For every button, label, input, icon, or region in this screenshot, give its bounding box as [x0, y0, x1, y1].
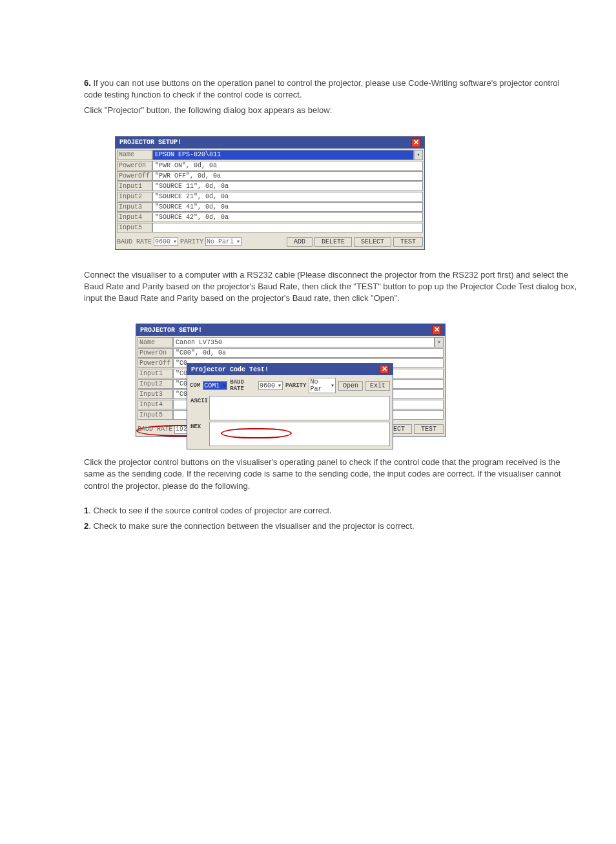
field-label: Input3	[117, 202, 152, 212]
click-instruction: Click "Projector" button, the following …	[84, 105, 577, 116]
projector-code-test-dialog: Projector Code Test! ✕ COM COM1▾ BAUD RA…	[187, 363, 393, 449]
dialog-title: PROJECTOR SETUP!	[140, 327, 202, 334]
open-button[interactable]: Open	[338, 381, 363, 391]
com-select[interactable]: COM1▾	[203, 381, 227, 390]
intro-paragraph: 6. If you can not use buttons on the ope…	[84, 77, 577, 101]
check-paragraph: Click the projector control buttons on t…	[84, 457, 577, 492]
add-button[interactable]: ADD	[287, 237, 313, 247]
field-label: Input4	[138, 400, 173, 409]
dropdown-arrow-icon[interactable]: ▾	[414, 150, 423, 160]
titlebar: Projector Code Test! ✕	[187, 364, 393, 375]
field-input[interactable]: "PWR OFF", 0d, 0a	[152, 171, 423, 181]
field-row: Input5	[117, 223, 423, 232]
dropdown-arrow-icon[interactable]: ▾	[435, 337, 444, 347]
field-label: PowerOn	[117, 161, 152, 170]
field-label: Name	[117, 150, 152, 160]
field-label: Input1	[117, 181, 152, 191]
field-input[interactable]	[152, 223, 423, 232]
baud-rate-label: BAUD RATE	[230, 379, 256, 392]
field-row: Input2"SOURCE 21", 0d, 0a	[117, 192, 423, 201]
field-label: Input3	[138, 389, 173, 399]
field-input[interactable]: "SOURCE 42", 0d, 0a	[152, 212, 423, 222]
test-button[interactable]: TEST	[414, 424, 444, 434]
parity-select[interactable]: No Pari▾	[205, 237, 241, 246]
field-row: NameCanon LV7350▾	[138, 337, 444, 347]
field-label: PowerOn	[138, 348, 173, 358]
field-label: Input5	[138, 410, 173, 420]
check-item-1: 1. Check to see if the source control co…	[84, 505, 577, 517]
check-item-2: 2. Check to make sure the connection bet…	[84, 520, 577, 532]
baud-rate-select[interactable]: 9600▾	[154, 237, 178, 246]
field-input[interactable]: "SOURCE 41", 0d, 0a	[152, 202, 423, 212]
field-row: PowerOn"C00", 0d, 0a	[138, 348, 444, 358]
dialog-title: PROJECTOR SETUP!	[119, 139, 181, 146]
close-icon[interactable]: ✕	[380, 365, 389, 374]
field-input[interactable]: Canon LV7350	[173, 337, 435, 347]
field-label: Input1	[138, 369, 173, 378]
titlebar: PROJECTOR SETUP! ✕	[136, 324, 445, 336]
field-row: PowerOff"PWR OFF", 0d, 0a	[117, 171, 423, 181]
exit-button[interactable]: Exit	[365, 381, 390, 391]
parity-select[interactable]: No Par▾	[309, 378, 336, 393]
close-icon[interactable]: ✕	[411, 138, 420, 147]
field-input[interactable]: EPSON EPS-820\811	[152, 150, 414, 160]
titlebar: PROJECTOR SETUP! ✕	[116, 137, 424, 149]
baud-rate-label: BAUD RATE	[138, 426, 172, 433]
field-label: Input2	[138, 379, 173, 389]
dialog1-footer: BAUD RATE 9600▾ PARITY No Pari▾ ADD DELE…	[116, 234, 424, 249]
com-label: COM	[190, 382, 200, 389]
field-label: Input5	[117, 223, 152, 232]
projector-setup-dialog-2: PROJECTOR SETUP! ✕ NameCanon LV7350▾Powe…	[136, 324, 446, 437]
field-row: Input3"SOURCE 41", 0d, 0a	[117, 202, 423, 212]
field-row: Input1"SOURCE 11", 0d, 0a	[117, 181, 423, 191]
field-row: NameEPSON EPS-820\811▾	[117, 150, 423, 160]
test-button[interactable]: TEST	[393, 237, 423, 247]
field-label: Input4	[117, 212, 152, 222]
field-label: PowerOff	[138, 358, 173, 368]
field-row: PowerOn"PWR ON", 0d, 0a	[117, 161, 423, 170]
dialog-title: Projector Code Test!	[191, 366, 269, 373]
field-label: Name	[138, 337, 173, 347]
field-input[interactable]: "C00", 0d, 0a	[173, 348, 444, 358]
field-row: Input4"SOURCE 42", 0d, 0a	[117, 212, 423, 222]
baud-rate-select[interactable]: 9600▾	[258, 381, 283, 390]
field-input[interactable]: "SOURCE 11", 0d, 0a	[152, 181, 423, 191]
connect-paragraph: Connect the visualiser to a computer wit…	[84, 269, 577, 305]
ascii-textbox[interactable]: ASCII	[209, 396, 390, 420]
close-icon[interactable]: ✕	[432, 325, 441, 335]
field-input[interactable]: "PWR ON", 0d, 0a	[152, 161, 423, 170]
delete-button[interactable]: DELETE	[314, 237, 352, 247]
field-label: PowerOff	[117, 171, 152, 181]
field-input[interactable]: "SOURCE 21", 0d, 0a	[152, 192, 423, 201]
projector-setup-dialog-1: PROJECTOR SETUP! ✕ NameEPSON EPS-820\811…	[115, 136, 425, 250]
hex-textbox[interactable]: HEX	[209, 422, 390, 446]
baud-rate-label: BAUD RATE	[117, 238, 152, 245]
select-button[interactable]: SELECT	[354, 237, 391, 247]
parity-label: PARITY	[285, 382, 306, 389]
step-number: 6.	[84, 78, 91, 88]
parity-label: PARITY	[180, 238, 203, 245]
field-label: Input2	[117, 192, 152, 201]
